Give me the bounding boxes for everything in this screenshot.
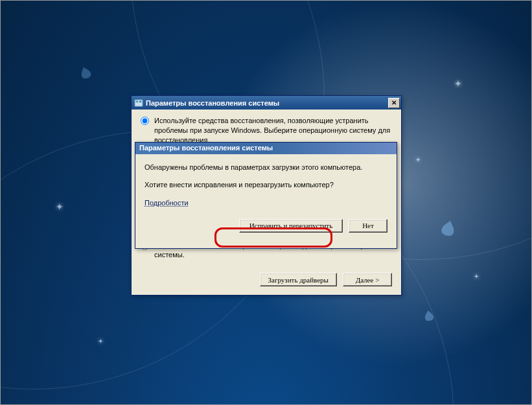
svg-rect-1 (136, 100, 139, 102)
problem-message-line1: Обнаружены проблемы в параметрах загрузк… (145, 162, 387, 173)
load-drivers-button[interactable]: Загрузить драйверы (260, 273, 337, 286)
svg-rect-0 (135, 99, 143, 106)
details-link[interactable]: Подробности (145, 198, 189, 209)
fix-and-restart-button[interactable]: Исправить и перезапустить (239, 219, 343, 233)
dialog-title: Параметры восстановления системы (146, 99, 388, 107)
radio-use-tools[interactable] (141, 117, 149, 125)
close-button[interactable]: ✕ (388, 98, 400, 108)
app-icon (134, 98, 143, 108)
no-button[interactable]: Нет (349, 219, 387, 233)
option1-label: Используйте средства восстановления, поз… (154, 116, 392, 145)
option-use-recovery-tools[interactable]: Используйте средства восстановления, поз… (141, 116, 392, 145)
child-dialog-header: Параметры восстановления системы (135, 143, 397, 154)
titlebar: Параметры восстановления системы ✕ (132, 96, 401, 110)
desktop-background: ✦ ✦ ✦ ✦ ✦ Параметры восстановления систе… (1, 1, 531, 404)
problem-message-line2: Хотите внести исправления и перезагрузит… (145, 179, 387, 191)
svg-rect-2 (139, 100, 142, 102)
boot-problems-dialog: Параметры восстановления системы Обнаруж… (135, 142, 397, 249)
next-button[interactable]: Далее > (343, 273, 392, 286)
